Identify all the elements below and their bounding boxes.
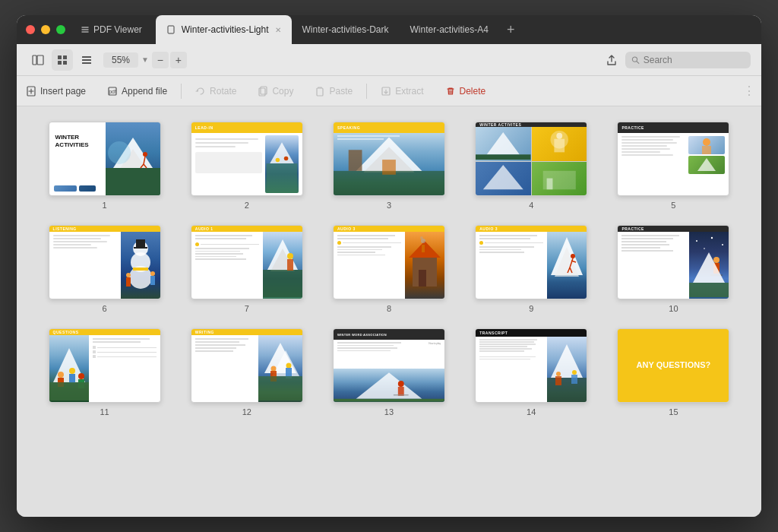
page-item-1[interactable]: WINTER ACTIVITIES — [40, 122, 169, 210]
page-item-8[interactable]: AUDIO 3 — [324, 225, 454, 313]
search-icon — [631, 55, 640, 65]
svg-rect-94 — [49, 382, 89, 401]
maximize-button[interactable] — [56, 25, 65, 34]
svg-rect-57 — [126, 277, 131, 287]
svg-point-26 — [143, 152, 147, 157]
extract-label: Extract — [395, 86, 423, 97]
page-item-15[interactable]: ANY QUESTIONS? 15 — [609, 328, 738, 416]
svg-point-109 — [556, 372, 561, 376]
pages-area: WINTER ACTIVITIES — [17, 106, 761, 517]
insert-page-button[interactable]: Insert page — [17, 82, 95, 100]
p6-header-text: LISTENING — [53, 226, 77, 231]
svg-rect-38 — [382, 160, 396, 175]
p11-header: QUESTIONS — [49, 329, 160, 335]
p2-header: LEAD-IN — [191, 122, 302, 133]
page-thumb-1[interactable]: WINTER ACTIVITIES — [49, 122, 161, 196]
svg-point-56 — [126, 273, 131, 277]
svg-rect-64 — [287, 259, 293, 271]
sidebar-toggle[interactable] — [27, 49, 49, 71]
tools-icon — [81, 25, 90, 34]
search-input[interactable] — [644, 55, 745, 65]
grid-view-button[interactable] — [52, 49, 73, 71]
page-thumb-7[interactable]: AUDIO 1 — [191, 225, 303, 299]
tab-3-label: Winter-activities-A4 — [410, 24, 489, 35]
zoom-chevron[interactable]: ▼ — [140, 55, 150, 64]
close-button[interactable] — [26, 25, 35, 34]
page-thumb-9[interactable]: AUDIO 3 — [475, 225, 587, 299]
p13-header: WINTER WORD ASSOCIATION — [334, 329, 444, 340]
add-tab-button[interactable]: + — [499, 15, 523, 44]
page-item-11[interactable]: QUESTIONS — [40, 328, 169, 416]
page-thumb-10[interactable]: PRACTICE — [617, 225, 729, 299]
tab-3[interactable]: Winter-activities-A4 — [400, 15, 499, 44]
copy-button[interactable]: Copy — [248, 82, 302, 100]
delete-label: Delete — [460, 86, 486, 97]
tab-1[interactable]: Winter-activities-Light ✕ — [156, 15, 292, 44]
page-item-13[interactable]: WINTER WORD ASSOCIATION How to pl — [324, 328, 454, 416]
page-item-3[interactable]: SPEAKING — [324, 122, 454, 210]
svg-rect-40 — [476, 154, 531, 160]
svg-point-80 — [722, 244, 723, 245]
zoom-out-button[interactable]: − — [152, 52, 169, 68]
page-thumb-15[interactable]: ANY QUESTIONS? — [617, 328, 729, 403]
svg-rect-48 — [702, 146, 711, 154]
svg-point-32 — [275, 158, 280, 163]
share-button[interactable] — [601, 49, 622, 71]
page-thumb-11[interactable]: QUESTIONS — [49, 328, 161, 403]
append-file-icon: pdf — [107, 86, 118, 97]
page-item-10[interactable]: PRACTICE — [609, 225, 738, 313]
paste-button[interactable]: Paste — [305, 82, 362, 100]
svg-point-58 — [150, 271, 155, 276]
toolbar: 55% ▼ − + — [17, 44, 761, 76]
page-item-12[interactable]: WRITING — [182, 328, 312, 416]
minimize-button[interactable] — [41, 25, 50, 34]
page-thumb-14[interactable]: TRANSCRIPT — [475, 328, 587, 403]
page-item-14[interactable]: TRANSCRIPT — [466, 328, 596, 416]
list-view-button[interactable] — [76, 49, 97, 71]
page-item-7[interactable]: AUDIO 1 — [182, 225, 312, 313]
p10-body — [618, 232, 729, 299]
more-options[interactable]: ⋮ — [743, 84, 761, 98]
svg-point-90 — [69, 368, 75, 374]
zoom-in-button[interactable]: + — [170, 52, 187, 68]
delete-icon — [445, 86, 456, 97]
svg-point-78 — [696, 240, 697, 242]
page-item-9[interactable]: AUDIO 3 — [466, 225, 596, 313]
rotate-button[interactable]: Rotate — [186, 82, 245, 100]
page-thumb-4[interactable]: WINTER ACTIVITES — [475, 122, 587, 196]
tab-1-close[interactable]: ✕ — [275, 26, 281, 34]
insert-page-label: Insert page — [40, 86, 86, 97]
page-icon — [166, 25, 176, 34]
page-thumb-6[interactable]: LISTENING — [49, 225, 161, 299]
page-thumb-12[interactable]: WRITING — [191, 328, 303, 403]
page-number-8: 8 — [387, 304, 391, 313]
svg-rect-67 — [419, 270, 426, 287]
svg-marker-44 — [483, 165, 523, 189]
page-thumb-2[interactable]: LEAD-IN — [191, 122, 303, 196]
page-item-4[interactable]: WINTER ACTIVITES — [466, 122, 596, 210]
page-thumb-3[interactable]: SPEAKING — [333, 122, 445, 196]
append-file-button[interactable]: pdf Append file — [98, 82, 176, 100]
page-thumb-5[interactable]: PRACTICE — [617, 122, 729, 196]
tab-2[interactable]: Winter-activities-Dark — [292, 15, 400, 44]
tools-button[interactable]: PDF Viewer — [74, 21, 148, 38]
extract-icon — [381, 86, 391, 97]
search-box[interactable] — [625, 52, 751, 68]
p12-body — [191, 335, 302, 402]
page-item-6[interactable]: LISTENING — [40, 225, 169, 313]
svg-rect-101 — [258, 376, 302, 401]
svg-marker-39 — [487, 132, 520, 154]
p1-scene — [106, 122, 160, 196]
delete-button[interactable]: Delete — [436, 82, 495, 100]
page-number-6: 6 — [103, 304, 107, 313]
page-thumb-13[interactable]: WINTER WORD ASSOCIATION How to pl — [333, 328, 445, 403]
p3-header-text: SPEAKING — [337, 125, 360, 130]
svg-rect-112 — [571, 375, 577, 384]
extract-button[interactable]: Extract — [372, 82, 432, 100]
svg-rect-24 — [106, 168, 160, 196]
p7-body — [191, 232, 302, 299]
page-thumb-8[interactable]: AUDIO 3 — [333, 225, 445, 299]
page-item-5[interactable]: PRACTICE — [609, 122, 738, 210]
page-item-2[interactable]: LEAD-IN — [182, 122, 312, 210]
titlebar: PDF Viewer Winter-activities-Light ✕ Win… — [17, 15, 761, 44]
